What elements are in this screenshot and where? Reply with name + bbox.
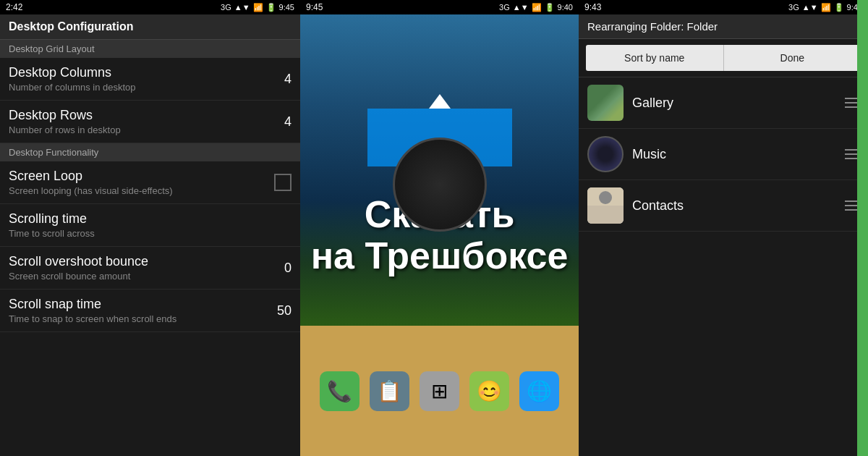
- contacts-icon: [587, 187, 624, 224]
- chat-icon: 😊: [477, 379, 502, 403]
- dock-icon-grid[interactable]: ⊞: [420, 371, 459, 411]
- scroll-overshoot-setting[interactable]: Scroll overshoot bounce Screen scroll bo…: [0, 247, 300, 290]
- folder-item-gallery[interactable]: Gallery: [579, 77, 868, 129]
- dock-bar: 📞 📋 ⊞ 😊 🌐: [300, 326, 579, 456]
- gallery-label: Gallery: [632, 96, 839, 111]
- desktop-columns-desc: Number of columns in desktop: [9, 82, 277, 93]
- desktop-rows-value: 4: [284, 114, 292, 130]
- done-button[interactable]: Done: [723, 45, 861, 71]
- status-icons-right: 3G ▲▼ 📶 🔋 9:43: [788, 3, 862, 12]
- scroll-snap-desc: Time to snap to screen when scroll ends: [9, 313, 270, 324]
- desktop-background: [300, 14, 579, 326]
- screen-loop-setting[interactable]: Screen Loop Screen looping (has visual s…: [0, 161, 300, 204]
- dock-icon-mail[interactable]: 📋: [370, 371, 409, 411]
- screen-loop-desc: Screen looping (has visual side-effects): [9, 185, 267, 196]
- music-label: Music: [632, 147, 839, 162]
- music-icon: [587, 136, 624, 172]
- section-functionality: Desktop Functionality: [0, 143, 300, 161]
- status-bar-right: 9:43 3G ▲▼ 📶 🔋 9:43: [579, 0, 868, 14]
- contacts-label: Contacts: [632, 198, 839, 214]
- desktop-columns-setting[interactable]: Desktop Columns Number of columns in des…: [0, 58, 300, 101]
- arrow-up-icon: [429, 94, 451, 109]
- scroll-overshoot-value: 0: [284, 261, 292, 276]
- time-middle: 9:45: [306, 2, 323, 12]
- folder-toolbar: Sort by name Done: [579, 39, 868, 77]
- dock-icon-globe[interactable]: 🌐: [519, 371, 559, 411]
- dock-icon-chat[interactable]: 😊: [469, 371, 509, 411]
- folder-item-music[interactable]: Music: [579, 129, 868, 180]
- desktop-rows-title: Desktop Rows: [9, 108, 277, 123]
- time-right-left: 9:45: [279, 3, 294, 12]
- gallery-icon: [587, 85, 624, 121]
- time-left: 2:42: [6, 2, 22, 12]
- status-icons-middle: 3G ▲▼ 📶 🔋 9:40: [499, 3, 573, 12]
- screen-loop-checkbox[interactable]: [274, 174, 292, 191]
- scroll-snap-title: Scroll snap time: [9, 297, 270, 312]
- middle-panel: 9:45 3G ▲▼ 📶 🔋 9:40 Скачать на Трешбоксе…: [300, 0, 579, 456]
- time-right: 9:43: [584, 2, 601, 12]
- desktop-rows-setting[interactable]: Desktop Rows Number of rows in desktop 4: [0, 101, 300, 143]
- scrolling-time-setting[interactable]: Scrolling time Time to scroll across: [0, 204, 300, 247]
- section-grid-layout: Desktop Grid Layout: [0, 40, 300, 58]
- status-icons-left: 3G ▲▼ 📶 🔋 9:45: [221, 3, 294, 12]
- left-panel: 2:42 3G ▲▼ 📶 🔋 9:45 Desktop Configuratio…: [0, 0, 300, 456]
- folder-header: Rearranging Folder: Folder: [579, 14, 868, 39]
- scrolling-time-title: Scrolling time: [9, 211, 292, 227]
- phone-icon: 📞: [327, 379, 352, 403]
- desktop-columns-value: 4: [284, 72, 292, 87]
- desktop-config-header: Desktop Configuration: [0, 14, 300, 40]
- globe-icon: 🌐: [527, 379, 552, 403]
- scrolling-time-desc: Time to scroll across: [9, 228, 292, 239]
- folder-item-contacts[interactable]: Contacts: [579, 180, 868, 232]
- dock-icon-phone[interactable]: 📞: [320, 371, 359, 411]
- desktop-rows-desc: Number of rows in desktop: [9, 124, 277, 135]
- mail-icon: 📋: [377, 379, 402, 403]
- clock-widget: [393, 138, 487, 232]
- status-bar-left: 2:42 3G ▲▼ 📶 🔋 9:45: [0, 0, 300, 14]
- screen-loop-title: Screen Loop: [9, 169, 267, 184]
- sort-by-name-button[interactable]: Sort by name: [586, 45, 723, 71]
- grid-icon: ⊞: [431, 379, 448, 403]
- scroll-overshoot-desc: Screen scroll bounce amount: [9, 271, 277, 282]
- status-bar-middle: 9:45 3G ▲▼ 📶 🔋 9:40: [300, 0, 579, 14]
- right-panel: 9:43 3G ▲▼ 📶 🔋 9:43 Rearranging Folder: …: [579, 0, 868, 456]
- scroll-snap-setting[interactable]: Scroll snap time Time to snap to screen …: [0, 290, 300, 332]
- scroll-snap-value: 50: [277, 303, 292, 318]
- scroll-overshoot-title: Scroll overshoot bounce: [9, 254, 277, 269]
- desktop-columns-title: Desktop Columns: [9, 65, 277, 80]
- green-sidebar-strip: [857, 0, 868, 456]
